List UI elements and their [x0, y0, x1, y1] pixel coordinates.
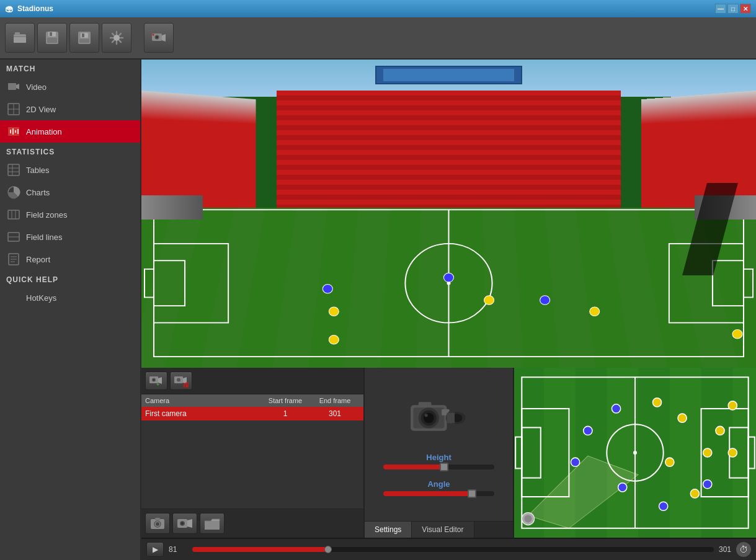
svg-text:+: +	[156, 381, 159, 388]
svg-rect-47	[145, 269, 154, 298]
camera-table-body: First camera 1 301	[141, 407, 363, 509]
svg-point-121	[703, 480, 712, 489]
add-camera-button[interactable]: +	[145, 371, 167, 390]
report-icon	[6, 252, 21, 267]
angle-label: Angle	[383, 479, 494, 489]
camera-panel: + Camera Start frame End frame	[141, 368, 365, 538]
progress-track[interactable]	[192, 547, 714, 552]
angle-slider-track[interactable]	[383, 491, 494, 496]
height-slider-fill	[383, 464, 444, 469]
svg-rect-5	[50, 32, 52, 36]
progress-thumb[interactable]	[324, 546, 332, 553]
svg-rect-17	[8, 83, 16, 90]
svg-point-54	[590, 307, 600, 316]
height-slider-thumb[interactable]	[440, 463, 448, 471]
camera-start: 1	[260, 409, 310, 418]
camera-end: 301	[310, 409, 360, 418]
main-panel: + Camera Start frame End frame	[141, 60, 756, 560]
sidebar-item-report[interactable]: Report	[0, 248, 140, 270]
match-section-title: MATCH	[0, 60, 140, 76]
open-folder-button[interactable]	[200, 513, 225, 534]
tab-visual-editor[interactable]: Visual Editor	[412, 522, 474, 538]
screenshot-button[interactable]	[145, 513, 170, 534]
angle-slider-thumb[interactable]	[468, 489, 476, 498]
save-button[interactable]	[37, 23, 67, 53]
title-bar: 🏟 Stadionus — □ ✕	[0, 0, 756, 17]
svg-point-16	[153, 34, 154, 36]
svg-point-15	[156, 36, 158, 38]
camera-toolbar: +	[141, 368, 363, 394]
svg-point-57	[540, 295, 550, 304]
app-logo: 🏟	[5, 4, 14, 14]
col-camera: Camera	[145, 397, 260, 404]
sidebar-item-field-lines[interactable]: Field lines	[0, 226, 140, 248]
svg-point-114	[690, 489, 699, 498]
angle-slider-section: Angle	[377, 479, 500, 496]
field-lines-icon	[6, 229, 21, 244]
sidebar-item-video[interactable]: Video	[0, 76, 140, 98]
svg-rect-46	[154, 260, 185, 306]
camera-mode-button[interactable]	[144, 23, 174, 53]
svg-point-108	[652, 398, 661, 407]
svg-point-119	[618, 483, 627, 492]
camera-name: First camera	[145, 409, 260, 418]
minimize-button[interactable]: —	[715, 4, 726, 14]
sidebar-label-field-zones: Field zones	[26, 210, 67, 220]
play-icon: ▶	[153, 545, 158, 554]
camera-row-first[interactable]: First camera 1 301	[141, 407, 363, 420]
close-button[interactable]: ✕	[740, 4, 751, 14]
svg-point-77	[181, 522, 184, 525]
sidebar-item-hotkeys[interactable]: HotKeys	[0, 287, 140, 309]
progress-fill	[192, 547, 328, 552]
height-slider-track[interactable]	[383, 464, 494, 469]
sidebar-label-charts: Charts	[26, 188, 50, 197]
sidebar-item-2dview[interactable]: 2D View	[0, 98, 140, 120]
sidebar-label-report: Report	[26, 255, 50, 264]
clock-icon: ⏱	[736, 542, 751, 557]
maximize-button[interactable]: □	[727, 4, 739, 14]
col-end-frame: End frame	[310, 397, 360, 404]
left-wall	[141, 195, 203, 220]
sidebar-label-2dview: 2D View	[26, 105, 56, 114]
svg-rect-45	[154, 244, 228, 323]
height-slider-section: Height	[377, 453, 500, 469]
svg-point-107	[524, 515, 531, 522]
play-button[interactable]: ▶	[146, 542, 164, 557]
sidebar-item-field-zones[interactable]: Field zones	[0, 203, 140, 226]
camera-graphic	[408, 393, 470, 443]
playback-bar: ▶ 81 301 ⏱	[141, 538, 756, 560]
svg-marker-13	[162, 34, 166, 42]
tab-settings[interactable]: Settings	[365, 522, 412, 538]
svg-rect-73	[155, 518, 160, 520]
record-button[interactable]	[172, 513, 197, 534]
svg-rect-32	[8, 210, 19, 219]
svg-rect-89	[447, 412, 455, 423]
app-container: MATCH Video 2D View Animation S	[0, 17, 756, 560]
svg-point-56	[322, 284, 332, 293]
svg-point-66	[177, 378, 180, 382]
svg-rect-10	[79, 39, 89, 43]
settings-content: Height Angle	[365, 368, 513, 521]
scoreboard	[375, 66, 523, 84]
svg-rect-27	[8, 164, 19, 176]
svg-rect-6	[47, 38, 57, 43]
animation-icon	[6, 124, 21, 139]
sidebar-item-tables[interactable]: Tables	[0, 159, 140, 181]
stadium-render	[141, 60, 756, 368]
open-button[interactable]	[5, 23, 35, 53]
end-frame: 301	[719, 545, 731, 554]
svg-point-52	[329, 307, 339, 316]
export-button[interactable]	[69, 23, 99, 53]
camera-footer	[141, 509, 363, 538]
sidebar-item-animation[interactable]: Animation	[0, 120, 140, 143]
remove-camera-button[interactable]	[170, 371, 192, 390]
title-bar-controls: — □ ✕	[715, 4, 751, 14]
svg-point-53	[484, 295, 494, 304]
svg-point-110	[716, 426, 724, 435]
sidebar-label-field-lines: Field lines	[26, 233, 63, 242]
settings-button[interactable]	[102, 23, 131, 53]
toolbar	[0, 17, 756, 60]
sidebar-item-charts[interactable]: Charts	[0, 181, 140, 203]
svg-point-109	[678, 414, 687, 422]
hotkeys-icon	[6, 290, 21, 305]
